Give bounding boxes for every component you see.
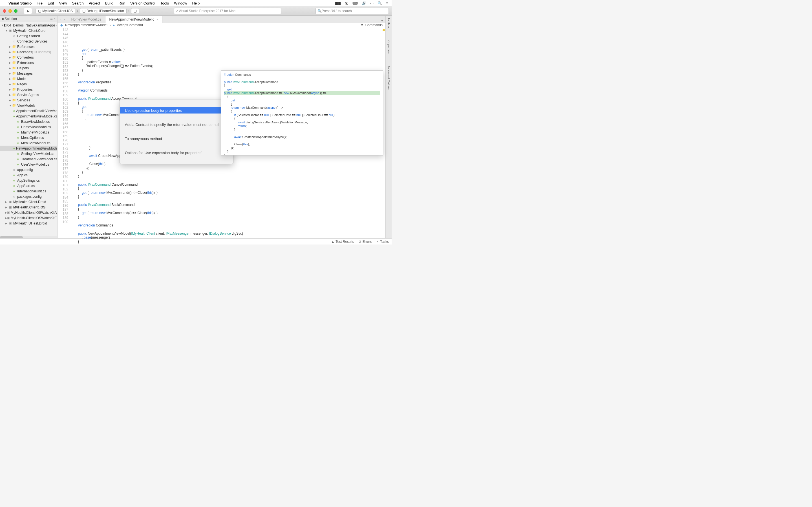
flag-icon: ⚑ (361, 23, 364, 27)
pad-settings-icon[interactable]: ☰ (50, 17, 53, 20)
solution-pad: ■ Solution ☰ × ▼◧04_Demos_NativeXamarinA… (0, 16, 57, 238)
menu-icon[interactable]: ≡ (386, 1, 388, 5)
breadcrumb-region[interactable]: Commands (365, 23, 383, 27)
close-button[interactable] (3, 9, 6, 13)
tree-item[interactable]: ◈SettingsViewModel.cs (0, 151, 57, 156)
battery-icon[interactable]: ▮▮▮ (335, 1, 341, 5)
nav-fwd-icon[interactable]: › (64, 17, 65, 21)
code-content[interactable]: get { return _patientEvents; } set { _pa… (70, 27, 386, 244)
tree-item[interactable]: ◇app.config (0, 167, 57, 172)
tree-item[interactable]: ◇Connected Services (0, 39, 57, 44)
volume-icon[interactable]: 🔊 (362, 1, 366, 5)
tree-item[interactable]: ◈InternationalUnit.cs (0, 188, 57, 194)
right-dock: Toolbox Properties Document Outline (386, 16, 392, 238)
tree-item[interactable]: ▶📁Helpers (0, 65, 57, 71)
tree-item[interactable]: ▶▣MyHealth.Client.Droid (0, 199, 57, 205)
tree-item[interactable]: ▶▣MyHealth.Client.iOSWatchKitApp (0, 210, 57, 215)
tab-new-appointment[interactable]: NewAppointmentViewModel.c× (105, 16, 163, 23)
config-selector[interactable]: ▢ Debug | iPhoneSimulator (80, 8, 126, 14)
editor-tabs: ‹ › HomeViewModel.cs NewAppointmentViewM… (57, 16, 386, 23)
tree-item[interactable]: ▼📁ViewModels (0, 103, 57, 108)
quick-action-popup: Use expression body for properties Add a… (119, 99, 234, 164)
tree-item[interactable]: ◈UserViewModel.cs (0, 162, 57, 167)
tree-item[interactable]: ◈NewAppointmentViewModel. (0, 146, 57, 151)
menu-search[interactable]: Search (72, 1, 84, 5)
tree-item[interactable]: ▼▣MyHealth.Client.Core (0, 28, 57, 33)
app-menu[interactable]: Visual Studio (8, 1, 32, 5)
tree-item[interactable]: ◈AppointmentDetailsViewMod (0, 108, 57, 114)
wifi-icon[interactable]: ⦿ (345, 1, 349, 5)
tree-item[interactable]: ▶📁Model (0, 76, 57, 81)
tree-item[interactable]: ▶📁Properties (0, 87, 57, 92)
menu-window[interactable]: Window (174, 1, 187, 5)
minimize-button[interactable] (8, 9, 12, 13)
tree-item[interactable]: ▶📁Converters (0, 55, 57, 60)
menu-project[interactable]: Project (89, 1, 100, 5)
tree-item[interactable]: ▶▣MyHealth.Client.iOS (0, 205, 57, 210)
tree-item[interactable]: ◈HomeViewModel.cs (0, 124, 57, 129)
tree-item[interactable]: ▶▣MyHealth.UITest.Droid (0, 221, 57, 226)
tree-item[interactable]: ▶📁Extensions (0, 60, 57, 65)
breadcrumb-member[interactable]: AcceptCommand (117, 23, 143, 27)
tree-item[interactable]: ◈MainViewModel.cs (0, 129, 57, 135)
macos-menubar: Visual Studio File Edit View Search Proj… (0, 0, 392, 6)
menu-tools[interactable]: Tools (160, 1, 169, 5)
breadcrumb-class[interactable]: NewAppointmentViewModel (65, 23, 107, 27)
tree-item[interactable]: ▶▣MyHealth.Client.iOSWatchKitExte (0, 215, 57, 221)
tree-item[interactable]: ▶📁Pages (0, 81, 57, 87)
menu-edit[interactable]: Edit (48, 1, 54, 5)
pad-close-icon[interactable]: × (54, 17, 56, 20)
toolbox-tab[interactable]: Toolbox (387, 17, 391, 28)
properties-tab[interactable]: Properties (387, 40, 391, 54)
tree-item[interactable]: ◈MenuOption.cs (0, 135, 57, 140)
editor-area: ‹ › HomeViewModel.cs NewAppointmentViewM… (57, 16, 386, 238)
line-gutter: 1431441451461471481491501511521531541551… (57, 27, 70, 244)
menu-build[interactable]: Build (105, 1, 113, 5)
tab-home-viewmodel[interactable]: HomeViewModel.cs (67, 16, 105, 23)
solution-root[interactable]: ▼◧04_Demos_NativeXamarinApps (mas (0, 22, 57, 28)
spotlight-icon[interactable]: 🔍 (377, 1, 382, 5)
maximize-button[interactable] (14, 9, 17, 13)
qa-anonymous-method[interactable]: To anonymous method (120, 135, 233, 142)
tree-item[interactable]: ◈AppStart.cs (0, 183, 57, 188)
tree-item[interactable]: ▶📁Messages (0, 71, 57, 76)
tree-item[interactable]: ◈TreatmentViewModel.cs (0, 156, 57, 162)
nav-back-icon[interactable]: ‹ (60, 17, 61, 21)
breadcrumb-bar: ◆ NewAppointmentViewModel › ▸ AcceptComm… (57, 23, 386, 27)
tree-item[interactable]: ▶📁Services (0, 98, 57, 103)
menu-file[interactable]: File (37, 1, 43, 5)
qa-use-expression-body[interactable]: Use expression body for properties (120, 107, 233, 114)
device-selector[interactable]: ▢ (131, 8, 139, 14)
tree-item[interactable]: ◈App.cs (0, 172, 57, 178)
run-button[interactable]: ▶ (24, 8, 32, 14)
tree-item[interactable]: ▶📁Packages (13 updates) (0, 49, 57, 55)
menu-version-control[interactable]: Version Control (130, 1, 155, 5)
solution-tree[interactable]: ▼◧04_Demos_NativeXamarinApps (mas ▼▣MyHe… (0, 22, 57, 236)
menu-help[interactable]: Help (192, 1, 200, 5)
tree-item[interactable]: ▶📁References (0, 44, 57, 49)
tab-overflow-icon[interactable]: ▾ (379, 18, 386, 23)
refactor-preview: #region Commandspublic IMvxCommand Accep… (221, 70, 383, 156)
bluetooth-icon[interactable]: ⌨ (352, 1, 358, 5)
close-tab-icon[interactable]: × (156, 18, 158, 21)
tree-item[interactable]: ◈BaseViewModel.cs (0, 119, 57, 124)
tree-item[interactable]: ◇Getting Started (0, 33, 57, 39)
tree-item[interactable]: ◈AppSettings.cs (0, 178, 57, 183)
tree-item[interactable]: ▶📁ServiceAgents (0, 92, 57, 98)
qa-add-contract[interactable]: Add a Contract to specify the return val… (120, 121, 233, 128)
code-status-indicator (383, 29, 385, 31)
display-icon[interactable]: ▭ (370, 1, 373, 5)
sidebar-scrollbar[interactable] (0, 236, 57, 238)
doc-outline-tab[interactable]: Document Outline (387, 65, 391, 90)
qa-options[interactable]: Options for 'Use expression body for pro… (120, 150, 233, 156)
solution-pad-header: ■ Solution ☰ × (0, 16, 57, 22)
tree-item[interactable]: ◈AppointmentsViewModel.cs (0, 114, 57, 119)
menu-view[interactable]: View (59, 1, 67, 5)
code-editor[interactable]: 1431441451461471481491501511521531541551… (57, 27, 386, 244)
tree-item[interactable]: ◈MenuViewModel.cs (0, 140, 57, 146)
tree-item[interactable]: ◇packages.config (0, 194, 57, 199)
run-target-breadcrumb: ▢ MyHealth.Client.iOS › ▢ Debug | iPhone… (36, 8, 139, 14)
menu-run[interactable]: Run (118, 1, 125, 5)
global-search[interactable]: 🔍 Press '⌘.' to search (315, 8, 389, 14)
project-selector[interactable]: ▢ MyHealth.Client.iOS (36, 8, 75, 14)
